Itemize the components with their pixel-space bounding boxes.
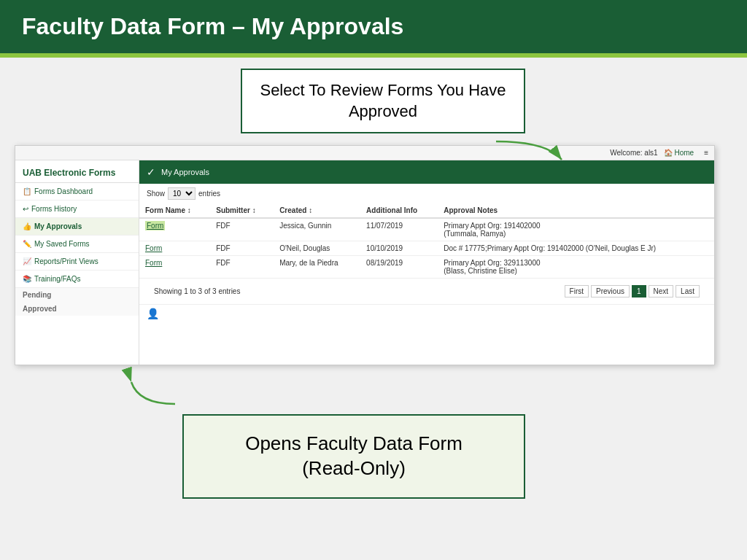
table-row: Form FDF Jessica, Gunnin 11/07/2019 Prim… <box>139 218 714 241</box>
my-approvals-icon: 👍 <box>23 222 31 230</box>
form-type-3: FDF <box>210 256 274 279</box>
checkmark-icon: ✓ <box>147 166 155 178</box>
sidebar-item-training[interactable]: 📚 Training/FAQs <box>15 271 139 288</box>
user-icon[interactable]: 👤 <box>147 308 159 319</box>
menu-icon[interactable]: ≡ <box>704 149 708 157</box>
sidebar-item-forms-history[interactable]: ↩ Forms History <box>15 201 139 218</box>
col-created[interactable]: Created ↕ <box>274 203 360 218</box>
created-1: 11/07/2019 <box>360 218 438 241</box>
last-btn[interactable]: Last <box>676 285 700 298</box>
arrow-to-sidebar <box>489 134 576 178</box>
created-3: 08/19/2019 <box>360 256 438 279</box>
callout-bottom: Opens Faculty Data Form(Read-Only) <box>182 414 525 499</box>
forms-dashboard-icon: 📋 <box>23 187 31 195</box>
sidebar-label-forms-history: Forms History <box>31 205 77 213</box>
submitter-1: Jessica, Gunnin <box>274 218 360 241</box>
showing-text: Showing 1 to 3 of 3 entries <box>147 284 247 299</box>
additional-info-2: Doc # 17775;Primary Appt Org: 191402000 … <box>438 241 714 256</box>
sidebar-item-my-approvals[interactable]: 👍 My Approvals <box>15 218 139 236</box>
sidebar-label-forms-dashboard: Forms Dashboard <box>34 187 93 195</box>
sidebar-item-forms-dashboard[interactable]: 📋 Forms Dashboard <box>15 183 139 201</box>
home-link[interactable]: 🏠 Home <box>664 149 694 157</box>
next-btn[interactable]: Next <box>649 285 674 298</box>
sidebar-item-reports[interactable]: 📈 Reports/Print Views <box>15 253 139 271</box>
table-row: Form FDF O'Neil, Douglas 10/10/2019 Doc … <box>139 241 714 256</box>
approvals-table: Form Name ↕ Submitter ↕ Created ↕ Additi… <box>139 203 714 279</box>
screenshot-body: UAB Electronic Forms 📋 Forms Dashboard ↩… <box>15 160 714 365</box>
prev-btn[interactable]: Previous <box>591 285 630 298</box>
additional-info-1: Primary Appt Org: 191402000(Tummala, Ram… <box>438 218 714 241</box>
form-link-2[interactable]: Form <box>139 241 210 256</box>
screenshot-topbar: Welcome: als1 🏠 Home ≡ <box>15 146 714 160</box>
sidebar-brand: UAB Electronic Forms <box>15 163 139 183</box>
approved-label: Approved <box>15 302 139 316</box>
main-content: Select To Review Forms You Have Approved… <box>0 58 747 560</box>
arrow-to-form <box>124 375 182 411</box>
sidebar: UAB Electronic Forms 📋 Forms Dashboard ↩… <box>15 160 139 365</box>
sidebar-label-reports: Reports/Print Views <box>34 257 98 265</box>
section-title: My Approvals <box>161 168 209 176</box>
col-submitter[interactable]: Submitter ↕ <box>210 203 274 218</box>
sidebar-item-my-saved-forms[interactable]: ✏️ My Saved Forms <box>15 236 139 253</box>
sidebar-label-my-saved-forms: My Saved Forms <box>34 240 90 248</box>
created-2: 10/10/2019 <box>360 241 438 256</box>
section-bar: ✓ My Approvals <box>139 160 714 184</box>
additional-info-3: Primary Appt Org: 329113000(Blass, Chris… <box>438 256 714 279</box>
col-form-name[interactable]: Form Name ↕ <box>139 203 210 218</box>
callout-top: Select To Review Forms You Have Approved <box>241 69 525 133</box>
callout-top-text: Select To Review Forms You Have Approved <box>260 81 506 120</box>
show-entries-row: Show 10 25 50 entries <box>139 184 714 203</box>
page-header: Faculty Data Form – My Approvals <box>0 0 747 53</box>
col-additional-info: Additional Info <box>360 203 438 218</box>
page-title: Faculty Data Form – My Approvals <box>22 13 403 40</box>
pending-label: Pending <box>15 288 139 302</box>
page-1-btn[interactable]: 1 <box>632 285 646 298</box>
welcome-text: Welcome: als1 <box>610 149 657 157</box>
forms-history-icon: ↩ <box>23 205 28 213</box>
entries-label: entries <box>198 190 220 198</box>
pagination: First Previous 1 Next Last <box>557 281 707 301</box>
form-type-1: FDF <box>210 218 274 241</box>
submitter-2: O'Neil, Douglas <box>274 241 360 256</box>
table-row: Form FDF Mary, de la Piedra 08/19/2019 P… <box>139 256 714 279</box>
form-link-3[interactable]: Form <box>139 256 210 279</box>
submitter-3: Mary, de la Piedra <box>274 256 360 279</box>
form-type-2: FDF <box>210 241 274 256</box>
form-link-1[interactable]: Form <box>139 218 210 241</box>
show-label: Show <box>147 190 165 198</box>
main-panel: ✓ My Approvals Show 10 25 50 entries <box>139 160 714 365</box>
my-saved-forms-icon: ✏️ <box>23 240 31 248</box>
screenshot-container: Welcome: als1 🏠 Home ≡ UAB Electronic Fo… <box>15 145 715 365</box>
sidebar-label-training: Training/FAQs <box>34 275 81 283</box>
entries-select[interactable]: 10 25 50 <box>168 187 196 200</box>
callout-bottom-text: Opens Faculty Data Form(Read-Only) <box>245 432 462 479</box>
col-approval-notes: Approval Notes <box>438 203 714 218</box>
first-btn[interactable]: First <box>565 285 589 298</box>
reports-icon: 📈 <box>23 257 31 265</box>
training-icon: 📚 <box>23 275 31 283</box>
sidebar-label-my-approvals: My Approvals <box>34 222 82 230</box>
